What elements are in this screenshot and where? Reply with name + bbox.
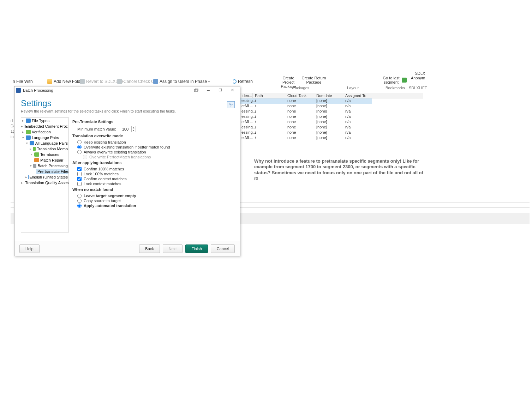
- back-button[interactable]: Back: [139, 244, 160, 253]
- tree-embedded[interactable]: Embedded Content Proc: [25, 124, 68, 128]
- cell-assigned: n/a: [343, 125, 353, 129]
- radio-overwrite-better[interactable]: Overwrite existing translation if better…: [72, 145, 230, 149]
- table-row[interactable]: etML...\none[none]n/a: [239, 120, 372, 125]
- minimize-button[interactable]: ─: [202, 87, 214, 94]
- check-confirm-context[interactable]: Confirm context matches: [72, 177, 230, 181]
- expand-icon[interactable]: ▸: [21, 130, 25, 134]
- pretranslate-settings-heading: Pre-Translate Settings: [72, 120, 230, 124]
- filetypes-icon: [26, 119, 31, 123]
- gear-icon: [229, 103, 233, 107]
- spin-up-icon[interactable]: ▲: [132, 126, 136, 129]
- min-match-spinner[interactable]: ▲▼: [119, 126, 136, 132]
- radio-copy-source[interactable]: Copy source to target: [72, 199, 230, 203]
- col-assigned[interactable]: Assigned To: [343, 93, 372, 99]
- collapse-icon[interactable]: ▾: [21, 136, 25, 139]
- check-lock-100[interactable]: Lock 100% matches: [72, 172, 230, 176]
- tree-pretranslate-files[interactable]: Pre-translate Files: [36, 169, 69, 174]
- tree-batch-processing[interactable]: Batch Processing: [37, 164, 68, 168]
- help-button[interactable]: Help: [19, 244, 40, 253]
- cell-assigned: n/a: [343, 104, 353, 108]
- dialog-titlebar[interactable]: Batch Processing ─ ☐ ✕: [14, 86, 240, 94]
- cell-assigned: n/a: [343, 135, 353, 140]
- cell-path: \: [253, 98, 258, 103]
- table-row[interactable]: essing...\none[none]n/a: [239, 125, 372, 130]
- check-lock-context[interactable]: Lock context matches: [72, 182, 230, 186]
- settings-tree[interactable]: ▸File Types ▸Embedded Content Proc ▸Veri…: [21, 117, 69, 232]
- tree-tqa[interactable]: Translation Quality Assess: [25, 181, 69, 185]
- radio-keep-existing[interactable]: Keep existing translation: [72, 140, 230, 144]
- table-header: ects Iden... Path Cloud Task Due date As…: [239, 93, 423, 98]
- no-match-heading: When no match found: [72, 187, 230, 192]
- expand-icon[interactable]: ▸: [21, 181, 23, 185]
- tree-english-us[interactable]: English (United States: [29, 175, 68, 179]
- table-row[interactable]: essing...\none[none]n/a: [239, 98, 372, 104]
- col-path[interactable]: Path: [253, 93, 285, 99]
- batch-icon: [33, 164, 37, 168]
- tree-match-repair[interactable]: Match Repair: [40, 158, 63, 162]
- radio-apply-automated[interactable]: Apply automated translation: [72, 204, 230, 208]
- radio-leave-empty[interactable]: Leave target segment empty: [72, 194, 230, 198]
- cell-iden: essing...: [239, 109, 253, 113]
- svg-rect-1: [195, 89, 198, 91]
- layout-group-label: Layout: [347, 86, 359, 90]
- tree-termbases[interactable]: Termbases: [40, 152, 59, 157]
- close-icon: ✕: [231, 88, 234, 92]
- dialog-subtitle: Review the relevant settings for the sel…: [21, 109, 233, 113]
- add-new-folder[interactable]: Add New Folder: [47, 78, 84, 85]
- radio-always-overwrite[interactable]: Always overwrite existing translation: [72, 150, 230, 154]
- expand-icon[interactable]: ▸: [25, 175, 27, 179]
- cell-assigned: n/a: [343, 130, 353, 134]
- wrench-icon: [34, 158, 39, 162]
- create-return-package[interactable]: Create Return Package: [301, 76, 326, 84]
- tree-translation-memory[interactable]: Translation Memo: [37, 147, 68, 151]
- table-row[interactable]: essing...\none[none]n/a: [239, 130, 372, 135]
- tree-language-pairs[interactable]: Language Pairs: [32, 135, 59, 140]
- tree-all-language-pairs[interactable]: All Language Pairs: [35, 141, 68, 145]
- col-due[interactable]: Due date: [314, 93, 343, 99]
- min-match-label: Minimum match value:: [77, 127, 116, 131]
- col-iden[interactable]: Iden...: [239, 93, 253, 99]
- check-overwrite-perfectmatch[interactable]: Overwrite PerfectMatch translations: [72, 155, 230, 159]
- finish-button[interactable]: Finish: [185, 244, 208, 253]
- table-row[interactable]: essing...\none[none]n/a: [239, 114, 372, 120]
- cancel-checkout[interactable]: Cancel Check Out: [117, 78, 158, 85]
- close-button[interactable]: ✕: [226, 87, 238, 94]
- open-file-with[interactable]: n File With: [13, 78, 33, 85]
- cell-assigned: n/a: [343, 98, 353, 103]
- dialog-title: Batch Processing: [23, 88, 53, 92]
- dialog-footer: Help Back Next Finish Cancel: [14, 241, 240, 256]
- settings-gear-button[interactable]: [227, 101, 235, 108]
- tree-verification[interactable]: Verification: [32, 130, 51, 134]
- anonym[interactable]: Anonym: [411, 76, 425, 80]
- verification-icon: [26, 130, 31, 134]
- popout-button[interactable]: [190, 87, 202, 94]
- maximize-button[interactable]: ☐: [214, 87, 226, 94]
- col-cloud[interactable]: Cloud Task: [285, 93, 314, 99]
- spin-down-icon[interactable]: ▼: [132, 129, 136, 132]
- table-row[interactable]: etML...\none[none]n/a: [239, 104, 372, 109]
- cell-path: \: [253, 114, 258, 119]
- collapse-icon[interactable]: ▾: [25, 141, 29, 145]
- assign-users-phase[interactable]: Assign to Users in Phase▾: [153, 78, 210, 85]
- cell-due: [none]: [314, 114, 329, 119]
- cell-iden: essing...: [239, 130, 253, 134]
- expand-icon[interactable]: ▸: [21, 119, 25, 122]
- cell-iden: essing...: [239, 114, 253, 119]
- check-confirm-100[interactable]: Confirm 100% matches: [72, 167, 230, 171]
- go-to-last-segment[interactable]: Go to last segment: [381, 76, 401, 84]
- table-row[interactable]: essing...\none[none]n/a: [239, 109, 372, 114]
- collapse-icon[interactable]: ▾: [30, 164, 32, 168]
- cancel-button[interactable]: Cancel: [211, 244, 235, 253]
- cell-iden: etML...: [239, 104, 253, 108]
- min-match-input[interactable]: [119, 126, 131, 132]
- expand-icon[interactable]: ▸: [21, 125, 23, 128]
- table-row[interactable]: etML...\none[none]n/a: [239, 135, 372, 141]
- refresh[interactable]: Refresh: [232, 78, 253, 85]
- cell-iden: essing...: [239, 125, 253, 129]
- expand-icon[interactable]: ▸: [30, 147, 32, 151]
- batch-processing-dialog: Batch Processing ─ ☐ ✕ Settings Review t…: [14, 86, 240, 256]
- expand-icon[interactable]: ▸: [30, 153, 33, 156]
- next-button[interactable]: Next: [163, 244, 183, 253]
- tree-file-types[interactable]: File Types: [32, 119, 49, 123]
- cell-cloud: none: [285, 104, 298, 108]
